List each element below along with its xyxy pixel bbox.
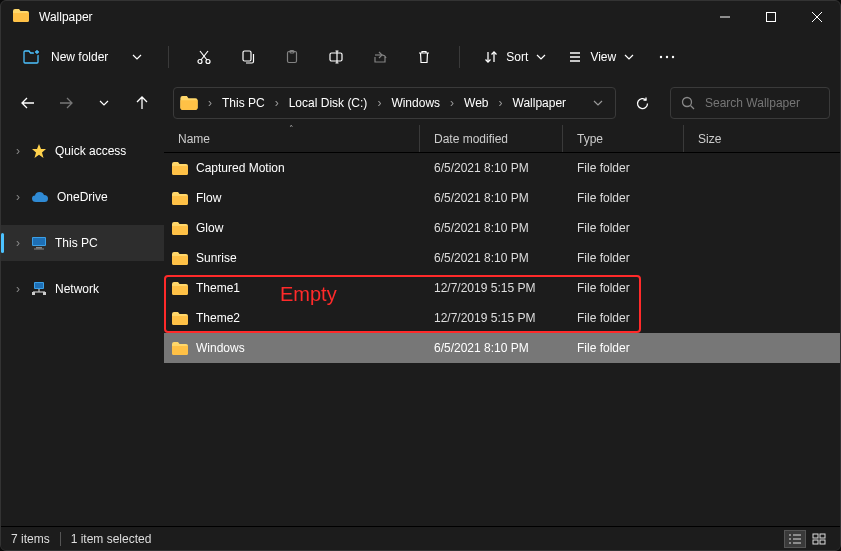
view-icon (568, 50, 582, 64)
file-type: File folder (563, 281, 684, 295)
minimize-button[interactable] (702, 1, 748, 33)
details-view-button[interactable] (784, 530, 806, 548)
folder-icon (180, 96, 198, 110)
sidebar-item-label: Quick access (55, 144, 126, 158)
column-date[interactable]: Date modified (420, 125, 563, 152)
more-button[interactable] (648, 40, 686, 74)
breadcrumb-item[interactable]: Wallpaper (509, 92, 571, 114)
chevron-right-icon[interactable]: › (13, 144, 23, 158)
breadcrumb-item[interactable]: Windows (387, 92, 444, 114)
table-row[interactable]: Captured Motion6/5/2021 8:10 PMFile fold… (164, 153, 840, 183)
recent-locations-button[interactable] (87, 86, 121, 120)
sidebar-item-quick-access[interactable]: › Quick access (1, 133, 164, 169)
svg-rect-46 (820, 534, 825, 538)
sidebar-item-onedrive[interactable]: › OneDrive (1, 179, 164, 215)
chevron-right-icon[interactable]: › (13, 236, 23, 250)
network-icon (31, 282, 47, 296)
file-name: Flow (196, 191, 221, 205)
refresh-button[interactable] (624, 87, 660, 119)
folder-icon (172, 222, 188, 235)
table-row[interactable]: Sunrise6/5/2021 8:10 PMFile folder (164, 243, 840, 273)
thumbnails-view-button[interactable] (808, 530, 830, 548)
svg-point-24 (660, 56, 662, 58)
window-title: Wallpaper (39, 10, 702, 24)
star-icon (31, 143, 47, 159)
sidebar-item-this-pc[interactable]: › This PC (1, 225, 164, 261)
new-folder-button[interactable]: New folder (13, 43, 152, 71)
breadcrumb-item[interactable]: This PC (218, 92, 269, 114)
sort-button[interactable]: Sort (476, 44, 554, 70)
column-headers: Name˄ Date modified Type Size (164, 125, 840, 153)
svg-line-28 (691, 106, 695, 110)
svg-rect-47 (813, 540, 818, 544)
search-icon (681, 96, 695, 110)
file-name: Windows (196, 341, 245, 355)
column-size[interactable]: Size (684, 125, 760, 152)
chevron-right-icon[interactable]: › (206, 96, 214, 110)
table-row[interactable]: Theme212/7/2019 5:15 PMFile folder (164, 303, 840, 333)
table-row[interactable]: Windows6/5/2021 8:10 PMFile folder (164, 333, 840, 363)
chevron-right-icon[interactable]: › (497, 96, 505, 110)
search-input[interactable] (705, 96, 819, 110)
table-row[interactable]: Flow6/5/2021 8:10 PMFile folder (164, 183, 840, 213)
pc-icon (31, 236, 47, 250)
maximize-button[interactable] (748, 1, 794, 33)
svg-point-26 (672, 56, 674, 58)
navigation-pane[interactable]: › Quick access › OneDrive › This PC › Ne… (1, 125, 164, 526)
file-list[interactable]: Captured Motion6/5/2021 8:10 PMFile fold… (164, 153, 840, 526)
table-row[interactable]: Glow6/5/2021 8:10 PMFile folder (164, 213, 840, 243)
title-bar[interactable]: Wallpaper (1, 1, 840, 33)
close-button[interactable] (794, 1, 840, 33)
cloud-icon (31, 191, 49, 203)
column-type[interactable]: Type (563, 125, 684, 152)
search-box[interactable] (670, 87, 830, 119)
svg-rect-11 (243, 51, 251, 61)
svg-point-27 (683, 98, 692, 107)
svg-rect-38 (43, 292, 46, 295)
separator (168, 46, 169, 68)
breadcrumb-item[interactable]: Local Disk (C:) (285, 92, 372, 114)
cut-button[interactable] (185, 40, 223, 74)
sidebar-item-label: OneDrive (57, 190, 108, 204)
file-type: File folder (563, 221, 684, 235)
sidebar-item-label: This PC (55, 236, 98, 250)
file-type: File folder (563, 251, 684, 265)
status-bar: 7 items 1 item selected (1, 526, 840, 550)
file-type: File folder (563, 311, 684, 325)
toolbar: New folder Sort View (1, 33, 840, 81)
chevron-right-icon[interactable]: › (13, 282, 23, 296)
chevron-down-icon (132, 54, 142, 60)
breadcrumb-dropdown[interactable] (587, 96, 609, 110)
table-row[interactable]: Theme112/7/2019 5:15 PMFile folder (164, 273, 840, 303)
rename-button[interactable] (317, 40, 355, 74)
folder-icon (172, 282, 188, 295)
column-name[interactable]: Name˄ (164, 125, 420, 152)
back-button[interactable] (11, 86, 45, 120)
chevron-right-icon[interactable]: › (375, 96, 383, 110)
forward-button[interactable] (49, 86, 83, 120)
delete-button[interactable] (405, 40, 443, 74)
svg-point-25 (666, 56, 668, 58)
paste-button[interactable] (273, 40, 311, 74)
up-button[interactable] (125, 86, 159, 120)
content-pane: Name˄ Date modified Type Size Captured M… (164, 125, 840, 526)
file-type: File folder (563, 191, 684, 205)
view-button[interactable]: View (560, 44, 642, 70)
folder-icon (172, 252, 188, 265)
status-item-count: 7 items (11, 532, 50, 546)
svg-rect-48 (820, 540, 825, 544)
breadcrumb-item[interactable]: Web (460, 92, 492, 114)
file-name: Glow (196, 221, 223, 235)
breadcrumb[interactable]: › This PC › Local Disk (C:) › Windows › … (173, 87, 616, 119)
chevron-right-icon[interactable]: › (13, 190, 23, 204)
copy-button[interactable] (229, 40, 267, 74)
sidebar-item-network[interactable]: › Network (1, 271, 164, 307)
chevron-right-icon[interactable]: › (448, 96, 456, 110)
file-type: File folder (563, 161, 684, 175)
file-date: 6/5/2021 8:10 PM (420, 191, 563, 205)
file-date: 6/5/2021 8:10 PM (420, 251, 563, 265)
share-button[interactable] (361, 40, 399, 74)
file-date: 6/5/2021 8:10 PM (420, 341, 563, 355)
view-label: View (590, 50, 616, 64)
chevron-right-icon[interactable]: › (273, 96, 281, 110)
